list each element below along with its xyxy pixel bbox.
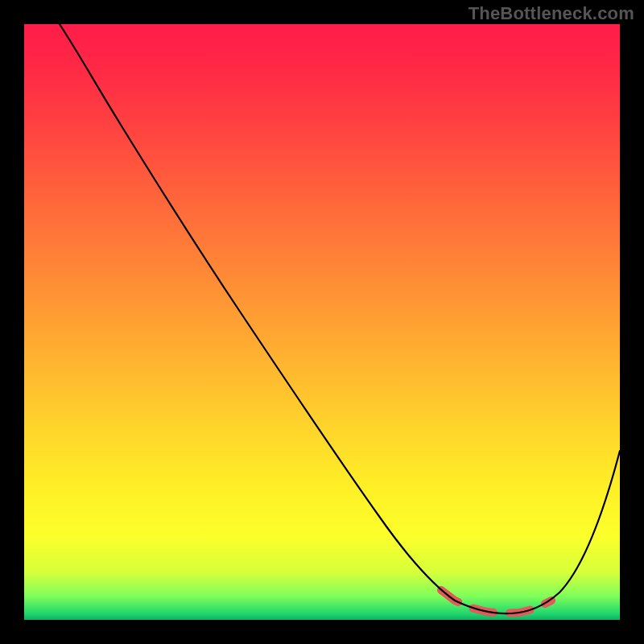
plot-area xyxy=(24,24,620,620)
curve-svg xyxy=(24,24,620,620)
watermark-text: TheBottleneck.com xyxy=(469,3,634,24)
chart-stage: TheBottleneck.com xyxy=(0,0,644,644)
bottleneck-curve xyxy=(60,24,620,613)
